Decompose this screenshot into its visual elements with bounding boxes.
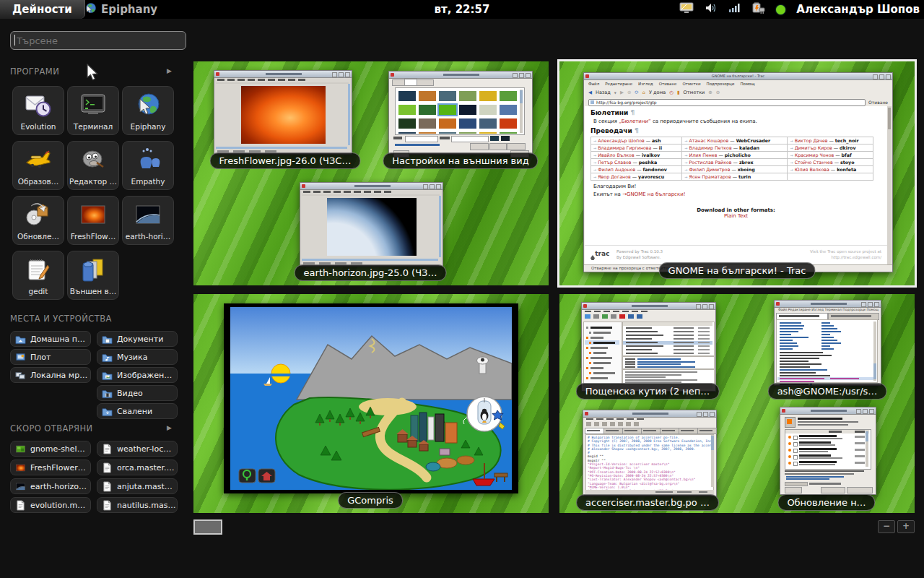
scrollbar[interactable] bbox=[887, 106, 892, 264]
title-bar[interactable] bbox=[775, 301, 881, 308]
window-gcompris[interactable] bbox=[224, 303, 518, 493]
title-bar[interactable] bbox=[300, 183, 443, 190]
wallpaper-thumb[interactable] bbox=[439, 91, 456, 101]
window-gimp-freshflower[interactable] bbox=[214, 70, 352, 155]
app-tile-редактор[interactable]: Редактор … bbox=[67, 141, 119, 190]
list-item-домашнап[interactable]: Домашна п… bbox=[10, 331, 91, 347]
stop-icon[interactable]: ⊘ bbox=[627, 90, 631, 95]
wallpaper-thumb[interactable] bbox=[398, 118, 416, 129]
bookmarks-button[interactable]: Отметки bbox=[684, 90, 705, 95]
activities-button[interactable]: Дейности bbox=[0, 0, 85, 19]
workspace-add-button[interactable]: + bbox=[897, 520, 915, 533]
menu-item[interactable]: Подпрозорци bbox=[707, 82, 735, 86]
list-item-freshflower[interactable]: FreshFlower… bbox=[10, 460, 91, 475]
forward-icon[interactable]: ▶ bbox=[620, 90, 624, 95]
list-item-плот[interactable]: Плот bbox=[10, 349, 91, 365]
bookmark-icon[interactable]: ▮ bbox=[677, 90, 680, 95]
menu-item[interactable]: Отметки bbox=[682, 82, 700, 86]
wallpaper-thumb[interactable] bbox=[479, 91, 497, 101]
translator-cell[interactable]: → Филип Андонов — fandonov bbox=[591, 166, 682, 173]
list-item-видео[interactable]: Видео bbox=[97, 385, 178, 401]
programs-expand-icon[interactable]: ▶ bbox=[167, 67, 172, 74]
wallpaper-thumb[interactable] bbox=[500, 91, 517, 101]
window-gimp-earth[interactable] bbox=[300, 182, 443, 267]
translator-cell[interactable]: → Ростислав Райков — zbrox bbox=[682, 159, 788, 166]
editor-text[interactable]: # Bulgarian translation of accerciser po… bbox=[585, 434, 714, 491]
recent-expand-icon[interactable]: ▶ bbox=[167, 424, 172, 431]
translator-cell[interactable]: → Явор Доганов — yavorescu bbox=[591, 173, 682, 181]
translator-cell[interactable]: → Александър Шопов — ash bbox=[591, 137, 682, 144]
translator-cell[interactable]: → Владимира Гиргинова — ii bbox=[591, 144, 682, 152]
wallpaper-thumb[interactable] bbox=[500, 105, 517, 115]
translator-cell[interactable]: → Стойчо Станчев — stoyo bbox=[788, 159, 873, 166]
url-input[interactable]: http://fsa-bg.org/project/gtp bbox=[588, 99, 866, 106]
title-bar[interactable] bbox=[214, 71, 352, 78]
window-update-manager[interactable] bbox=[780, 407, 876, 495]
list-item-weatherloc[interactable]: weather-loc… bbox=[97, 441, 178, 457]
wallpaper-thumb[interactable] bbox=[419, 91, 436, 101]
reload-icon[interactable]: ⟳ bbox=[635, 90, 638, 95]
team-link[interactable]: →GNOME на български! bbox=[622, 191, 685, 197]
window-terminal[interactable]: Файл Редактиране Изглед Терминал Подпроз… bbox=[774, 300, 881, 386]
list-item-музика[interactable]: Музика bbox=[97, 349, 178, 365]
display-icon[interactable] bbox=[679, 2, 694, 17]
window-gedit[interactable]: # Bulgarian translation of accerciser po… bbox=[583, 410, 717, 496]
wallpaper-thumb[interactable] bbox=[500, 118, 517, 129]
wallpaper-thumb[interactable] bbox=[459, 91, 476, 101]
wallpaper-thumb[interactable] bbox=[459, 105, 476, 115]
translator-cell[interactable]: → Виктор Дачев — tech_noir bbox=[788, 137, 873, 144]
list-item-документи[interactable]: Документи bbox=[97, 331, 178, 347]
dropdown-icon[interactable]: ▼ bbox=[614, 91, 616, 95]
app-tile-външенв[interactable]: Външен в… bbox=[67, 251, 119, 300]
menu-item[interactable]: Редактиране bbox=[605, 82, 632, 86]
app-tile-образов[interactable]: Образов… bbox=[12, 141, 64, 190]
home-icon[interactable]: ⌂ bbox=[642, 90, 645, 95]
presence-icon[interactable] bbox=[776, 5, 785, 14]
translator-cell[interactable]: → Ивайло Вълков — ivalkov bbox=[591, 152, 682, 159]
zoom-out-icon[interactable]: ⊖ bbox=[716, 90, 720, 95]
translator-cell[interactable]: → Ясен Праматаров — turin bbox=[682, 173, 788, 181]
wallpaper-thumb[interactable] bbox=[439, 118, 456, 129]
list-item-earthhorizo[interactable]: earth-horizo… bbox=[10, 478, 91, 494]
translator-cell[interactable]: → Юлия Велкова — konfeta bbox=[788, 166, 873, 173]
list-item-orcamaster[interactable]: orca.master.… bbox=[97, 460, 178, 475]
battery-icon[interactable] bbox=[751, 2, 765, 17]
app-tile-earthhori[interactable]: earth-hori… bbox=[122, 196, 174, 245]
app-tile-epiphany[interactable]: Epiphany bbox=[122, 86, 174, 135]
user-menu[interactable]: Александър Шопов bbox=[796, 3, 920, 16]
translator-cell[interactable]: → Димитър Киров — dkirov bbox=[788, 144, 873, 152]
menu-item[interactable]: Изглед bbox=[638, 82, 653, 86]
translator-cell[interactable]: → Атанас Кошаров — WebCrusader bbox=[682, 137, 788, 144]
app-tile-freshflow[interactable]: FreshFlow… bbox=[67, 196, 119, 245]
volume-icon[interactable] bbox=[705, 2, 718, 17]
toolbar[interactable]: ◀ Назад ▼ ▶ ⊘ ⟳ ⌂ У дома ◴ ▮ Отметки ⊕ ⊖ bbox=[585, 87, 891, 99]
menu-bar[interactable]: Файл Редактиране Изглед Терминал Подпроз… bbox=[776, 308, 879, 313]
app-tile-терминал[interactable]: Терминал bbox=[67, 86, 119, 135]
wallpaper-thumb[interactable] bbox=[398, 91, 416, 101]
workspace-indicator[interactable] bbox=[193, 519, 222, 535]
title-bar[interactable] bbox=[583, 410, 716, 418]
network-signal-icon[interactable] bbox=[728, 2, 740, 17]
plain-text-link[interactable]: Plain Text bbox=[585, 213, 887, 219]
wallpaper-thumb[interactable] bbox=[479, 118, 497, 129]
app-tile-обновле[interactable]: Обновле… bbox=[12, 196, 64, 245]
list-item-локалнамр[interactable]: Локална мр… bbox=[10, 367, 91, 383]
history-icon[interactable]: ◴ bbox=[669, 90, 674, 95]
list-item-nautilusmas[interactable]: nautilus.mas… bbox=[97, 497, 178, 513]
wallpaper-thumb[interactable] bbox=[479, 105, 497, 115]
list-item-evolutionm[interactable]: evolution.m… bbox=[10, 497, 91, 513]
list-item-изображен[interactable]: Изображен… bbox=[97, 367, 178, 383]
translator-cell[interactable]: → Красимир Чонов — bfaf bbox=[788, 152, 873, 159]
wallpaper-thumb[interactable] bbox=[459, 118, 476, 129]
list-item-anjutamast[interactable]: anjuta.mast… bbox=[97, 478, 178, 494]
app-tile-empathy[interactable]: Empathy bbox=[122, 141, 174, 190]
search-input[interactable] bbox=[10, 31, 186, 50]
translator-cell[interactable]: → Владимир Петков — kaladan bbox=[682, 144, 788, 152]
app-tile-gedit[interactable]: gedit bbox=[12, 251, 64, 300]
wallpaper-thumb[interactable] bbox=[398, 105, 416, 115]
title-bar[interactable] bbox=[389, 72, 532, 79]
window-appearance-settings[interactable] bbox=[388, 71, 533, 155]
workspace-remove-button[interactable]: − bbox=[878, 520, 895, 533]
wallpaper-thumb[interactable] bbox=[419, 118, 436, 129]
translator-cell[interactable]: → Филип Димитров — xboing bbox=[682, 166, 788, 173]
